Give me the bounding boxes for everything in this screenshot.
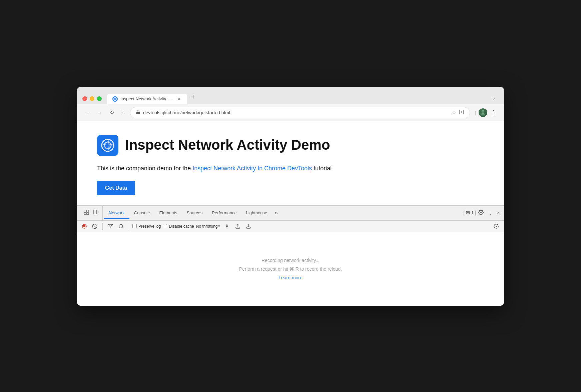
stop-recording-button[interactable]	[80, 223, 88, 230]
devtools-more-button[interactable]: ⋮	[486, 208, 494, 217]
network-empty-state: Recording network activity... Perform a …	[77, 232, 504, 306]
devtools-close-button[interactable]: ×	[496, 209, 501, 217]
tab-sources[interactable]: Sources	[182, 208, 207, 219]
message-count: 1	[471, 211, 474, 215]
svg-rect-6	[87, 210, 89, 212]
download-button[interactable]	[244, 223, 253, 230]
devtools-tabs-right: 1 ⋮ ×	[464, 208, 501, 218]
recording-text: Recording network activity...	[261, 258, 320, 263]
page-logo	[97, 135, 118, 156]
extension-icon[interactable]	[459, 109, 464, 116]
learn-more-link[interactable]: Learn more	[278, 275, 303, 280]
tab-favicon-icon	[112, 96, 118, 102]
browser-more-button[interactable]: ⋮	[489, 108, 499, 118]
active-tab[interactable]: Inspect Network Activity Dem ×	[107, 94, 187, 104]
toolbar-right	[492, 223, 501, 230]
address-bar: ← → ↻ ⌂ devtools.glitch.me/network/getst…	[77, 104, 504, 121]
throttle-control[interactable]: No throttling ▾	[196, 224, 220, 229]
refresh-button[interactable]: ↻	[108, 108, 116, 117]
back-button[interactable]: ←	[82, 108, 92, 117]
security-icon	[136, 110, 140, 115]
get-data-button[interactable]: Get Data	[97, 181, 135, 195]
svg-line-17	[122, 227, 123, 228]
svg-point-3	[102, 139, 114, 151]
wifi-settings-button[interactable]	[222, 223, 231, 230]
search-button[interactable]	[117, 223, 125, 230]
window-controls	[82, 96, 102, 104]
disable-cache-text: Disable cache	[169, 224, 194, 229]
tab-elements[interactable]: Elements	[154, 208, 182, 219]
message-badge[interactable]: 1	[464, 210, 476, 216]
tab-close-button[interactable]: ×	[176, 96, 182, 102]
more-tabs-button[interactable]: »	[272, 207, 280, 219]
network-toolbar: Preserve log Disable cache No throttling…	[77, 221, 504, 232]
svg-rect-5	[84, 210, 86, 212]
svg-line-14	[93, 225, 96, 228]
page-title: Inspect Network Activity Demo	[125, 137, 330, 153]
page-description: This is the companion demo for the Inspe…	[97, 164, 484, 173]
page-header: Inspect Network Activity Demo	[97, 135, 484, 156]
svg-rect-8	[87, 213, 89, 215]
clear-button[interactable]	[90, 223, 99, 230]
browser-window: Inspect Network Activity Dem × + ⌄ ← → ↻…	[77, 87, 504, 306]
new-tab-button[interactable]: +	[187, 91, 199, 104]
svg-point-4	[104, 142, 111, 149]
toolbar-separator-1	[102, 223, 103, 230]
svg-rect-12	[83, 225, 85, 227]
home-button[interactable]: ⌂	[119, 108, 127, 117]
address-bar-right: | ⋮	[473, 108, 499, 118]
svg-rect-10	[97, 211, 98, 213]
preserve-log-text: Preserve log	[138, 224, 161, 229]
throttle-arrow: ▾	[218, 224, 220, 228]
devtools-panel: Network Console Elements Sources Perform…	[77, 205, 504, 306]
url-bar[interactable]: devtools.glitch.me/network/getstarted.ht…	[130, 107, 470, 118]
disable-cache-label[interactable]: Disable cache	[163, 224, 194, 229]
close-button[interactable]	[82, 96, 87, 101]
throttle-label: No throttling	[196, 224, 218, 229]
forward-button[interactable]: →	[95, 108, 104, 117]
disable-cache-checkbox[interactable]	[163, 224, 167, 228]
tab-console[interactable]: Console	[129, 208, 155, 219]
tab-bar: Inspect Network Activity Dem × + ⌄	[107, 91, 499, 104]
tab-network[interactable]: Network	[104, 208, 129, 219]
minimize-button[interactable]	[90, 96, 94, 101]
preserve-log-checkbox[interactable]	[132, 224, 137, 228]
svg-rect-1	[136, 112, 140, 114]
filter-button[interactable]	[106, 223, 115, 230]
svg-marker-15	[108, 224, 112, 228]
tab-dropdown-button[interactable]: ⌄	[489, 92, 499, 104]
devtools-tabs: Network Console Elements Sources Perform…	[77, 206, 504, 221]
network-settings-button[interactable]	[492, 223, 501, 230]
record-hint: Perform a request or hit ⌘ R to record t…	[239, 266, 342, 272]
device-mode-button[interactable]	[92, 208, 100, 218]
svg-point-18	[226, 228, 227, 228]
bookmark-icon[interactable]: ☆	[452, 109, 456, 116]
upload-button[interactable]	[233, 223, 242, 230]
main-content: Inspect Network Activity Demo This is th…	[77, 121, 504, 205]
svg-rect-9	[94, 210, 97, 214]
preserve-log-label[interactable]: Preserve log	[132, 224, 161, 229]
avatar	[479, 108, 487, 117]
tab-title: Inspect Network Activity Dem	[120, 96, 174, 101]
tab-performance[interactable]: Performance	[207, 208, 241, 219]
cursor-tool-button[interactable]	[82, 208, 90, 218]
tutorial-link[interactable]: Inspect Network Activity In Chrome DevTo…	[192, 165, 312, 172]
devtools-settings-button[interactable]	[477, 208, 485, 218]
devtools-tab-icons	[80, 206, 103, 220]
toolbar-separator-2	[129, 223, 129, 230]
title-bar: Inspect Network Activity Dem × + ⌄	[77, 87, 504, 104]
url-text: devtools.glitch.me/network/getstarted.ht…	[143, 110, 449, 115]
tab-lighthouse[interactable]: Lighthouse	[241, 208, 272, 219]
svg-rect-7	[84, 213, 86, 215]
svg-point-16	[119, 224, 123, 228]
maximize-button[interactable]	[97, 96, 102, 101]
